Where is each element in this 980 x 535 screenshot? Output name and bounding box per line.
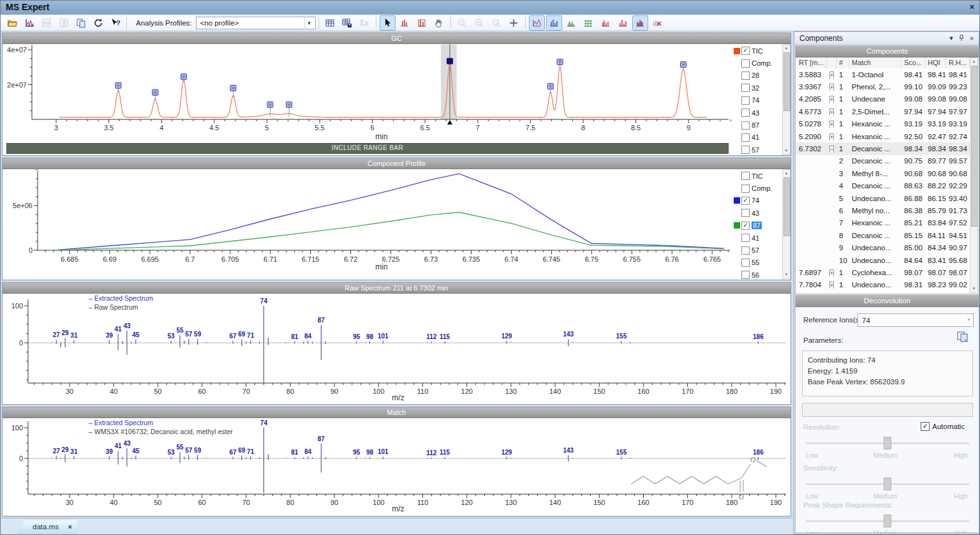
gc-legend-item-32[interactable]: 32 bbox=[734, 82, 781, 94]
component-profile-chart[interactable]: 6.6856.696.6956.76.7056.716.7156.726.725… bbox=[3, 169, 732, 280]
scroll-down-icon[interactable]: ▼ bbox=[783, 271, 790, 278]
profile-legend-item-43[interactable]: 43 bbox=[734, 207, 781, 219]
series-checkbox[interactable] bbox=[741, 133, 750, 142]
expand-icon[interactable]: + bbox=[829, 121, 834, 128]
crosshair-button[interactable] bbox=[506, 15, 522, 31]
profile-legend-item-comp-[interactable]: Comp. bbox=[734, 182, 781, 194]
expand-cell[interactable]: + bbox=[827, 120, 836, 128]
match-spectrum-toggle[interactable] bbox=[615, 15, 631, 31]
expand-cell[interactable]: + bbox=[827, 83, 836, 91]
tab-data-ms[interactable]: data.ms × bbox=[16, 520, 77, 534]
stacked-view-toggle[interactable] bbox=[563, 15, 579, 31]
tab-close-icon[interactable]: × bbox=[68, 523, 72, 531]
expand-cell[interactable]: + bbox=[827, 95, 836, 103]
raw-spectrum-toggle[interactable] bbox=[598, 15, 614, 31]
expand-cell[interactable]: + bbox=[827, 269, 836, 276]
column-header-match[interactable]: Match bbox=[849, 57, 902, 68]
components-table-scrollbar[interactable]: ▲ ▼ bbox=[970, 57, 978, 293]
automatic-checkbox[interactable]: ✓ Automatic bbox=[921, 422, 965, 431]
refresh-button[interactable] bbox=[90, 15, 106, 31]
component-row[interactable]: 2Decanoic ...90.7589.7799.57 bbox=[796, 155, 971, 167]
expand-icon[interactable]: + bbox=[829, 96, 834, 103]
series-checkbox[interactable] bbox=[741, 109, 750, 117]
series-checkbox[interactable] bbox=[741, 146, 750, 154]
expand-icon[interactable]: + bbox=[829, 72, 834, 79]
profile-legend-scrollbar[interactable]: ▲ ▼ bbox=[782, 169, 791, 279]
series-checkbox[interactable]: ✓ bbox=[741, 222, 750, 230]
table-view-button[interactable] bbox=[322, 15, 338, 31]
manual-integration-button[interactable] bbox=[414, 15, 430, 31]
component-row[interactable]: 7.6897+1Cyclohexa...98.0798.0798.07 bbox=[796, 266, 971, 278]
gc-legend-item-41[interactable]: 41 bbox=[734, 132, 781, 144]
scrollbar-thumb[interactable] bbox=[783, 177, 791, 236]
component-row[interactable]: 4Decanoic ...88.6388.2292.29 bbox=[796, 180, 971, 192]
expand-icon[interactable]: + bbox=[829, 84, 834, 91]
context-help-button[interactable]: ? bbox=[107, 15, 123, 31]
series-checkbox[interactable] bbox=[741, 84, 750, 92]
series-checkbox[interactable] bbox=[741, 172, 750, 180]
series-checkbox[interactable] bbox=[741, 121, 750, 130]
series-checkbox[interactable] bbox=[741, 259, 750, 267]
profile-legend-item-74[interactable]: ✓74 bbox=[734, 195, 781, 207]
component-row[interactable]: 5.2090+1Hexanoic ...92.5092.4792.74 bbox=[796, 130, 971, 142]
expand-icon[interactable]: + bbox=[829, 109, 834, 116]
slider-thumb[interactable] bbox=[884, 437, 891, 449]
component-row[interactable]: 3.9367+1Phenol, 2,...99.1099.0999.23 bbox=[796, 80, 971, 93]
open-file-button[interactable] bbox=[4, 15, 20, 31]
column-header-hqi[interactable]: HQI bbox=[925, 57, 946, 68]
profile-legend-item-tic[interactable]: TIC bbox=[734, 170, 781, 182]
reference-ions-select[interactable]: 74 ˅ bbox=[858, 313, 974, 327]
panel-menu-icon[interactable]: ▼ bbox=[947, 34, 956, 43]
expand-cell[interactable]: + bbox=[827, 133, 836, 140]
profile-legend-item-56[interactable]: 56 bbox=[734, 269, 781, 281]
scrollbar-thumb[interactable] bbox=[783, 52, 791, 111]
grid-view-toggle[interactable] bbox=[581, 15, 597, 31]
scroll-up-icon[interactable]: ▲ bbox=[783, 170, 790, 177]
include-range-bar[interactable]: INCLUDE RANGE BAR bbox=[6, 143, 729, 154]
expand-cell[interactable]: + bbox=[827, 281, 836, 289]
component-row[interactable]: 9Undecano...85.0084.3490.97 bbox=[796, 241, 971, 253]
gc-legend-item-57[interactable]: 57 bbox=[734, 144, 781, 156]
raw-spectrum-chart[interactable]: 3040506070809010011012013014015016017018… bbox=[3, 293, 791, 404]
component-row[interactable]: 4.2085+1Undecane99.0899.0899.08 bbox=[796, 93, 971, 105]
gc-legend-item-28[interactable]: 28 bbox=[734, 70, 781, 82]
chevron-down-icon[interactable]: ˅ bbox=[967, 317, 970, 322]
report-view-button[interactable] bbox=[21, 15, 37, 31]
profile-legend-item-57[interactable]: 57 bbox=[734, 244, 781, 256]
component-row[interactable]: 4.6773+12,5-Dimet...97.9497.9497.97 bbox=[796, 105, 971, 117]
series-checkbox[interactable] bbox=[741, 234, 750, 242]
expand-icon[interactable]: + bbox=[829, 133, 834, 140]
component-row[interactable]: 5.0278+1Hexanoic ...93.1993.1993.19 bbox=[796, 118, 971, 130]
profile-view-toggle[interactable] bbox=[546, 15, 562, 31]
component-row[interactable]: 6.7302−1Decanoic ...98.3498.3498.34 bbox=[796, 142, 971, 154]
column-header--[interactable]: # bbox=[836, 57, 849, 68]
gc-chromatogram-chart[interactable]: 33.544.555.566.577.588.592e+074e+07min bbox=[3, 43, 732, 143]
chevron-down-icon[interactable]: ▾ bbox=[304, 18, 314, 28]
tic-view-toggle[interactable] bbox=[529, 15, 545, 31]
pointer-select-button[interactable] bbox=[380, 15, 396, 31]
expand-icon[interactable]: + bbox=[829, 269, 834, 276]
column-header-sco-[interactable]: Sco... bbox=[902, 57, 925, 68]
scroll-up-icon[interactable]: ▲ bbox=[783, 45, 790, 52]
profile-legend-item-87[interactable]: ✓87 bbox=[734, 220, 781, 232]
profile-legend-item-55[interactable]: 55 bbox=[734, 257, 781, 269]
series-checkbox[interactable] bbox=[741, 271, 750, 279]
expand-icon[interactable]: + bbox=[829, 282, 834, 289]
profile-legend-item-41[interactable]: 41 bbox=[734, 232, 781, 244]
series-checkbox[interactable] bbox=[741, 185, 750, 193]
component-row[interactable]: 10Undecano...84.6483.4195.68 bbox=[796, 254, 971, 266]
match-spectrum-chart[interactable]: 3040506070809010011012013014015016017018… bbox=[3, 418, 791, 516]
pin-icon[interactable] bbox=[957, 34, 966, 43]
scroll-up-icon[interactable]: ▲ bbox=[970, 58, 977, 65]
component-row[interactable]: 6Methyl no...86.3885.7991.73 bbox=[796, 204, 971, 216]
series-checkbox[interactable] bbox=[741, 246, 750, 255]
column-header-expand[interactable] bbox=[827, 57, 836, 68]
component-row[interactable]: 8Decanoic ...85.1584.1194.51 bbox=[796, 229, 971, 241]
component-row[interactable]: 3.5883+11-Octanol98.4198.4198.41 bbox=[796, 68, 971, 80]
series-checkbox[interactable] bbox=[741, 96, 750, 105]
expand-cell[interactable]: − bbox=[827, 145, 836, 153]
slider-thumb[interactable] bbox=[884, 515, 891, 527]
gc-legend-item-87[interactable]: 87 bbox=[734, 119, 781, 131]
series-checkbox[interactable]: ✓ bbox=[741, 47, 750, 55]
gc-legend-item-74[interactable]: 74 bbox=[734, 94, 781, 107]
